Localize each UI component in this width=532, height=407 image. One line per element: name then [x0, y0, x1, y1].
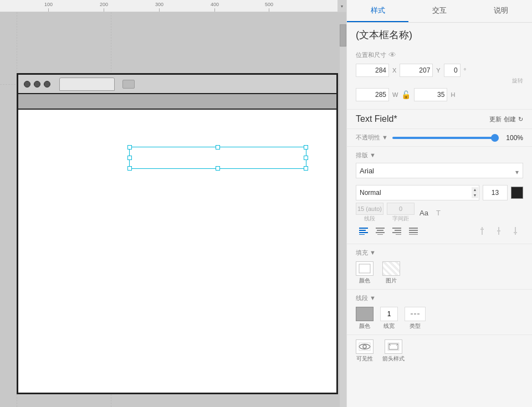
dashed-line-preview [411, 313, 420, 315]
vertical-scrollbar[interactable] [340, 24, 346, 407]
stroke-width-item: 线宽 [380, 307, 398, 330]
fill-image-label: 图片 [386, 277, 397, 285]
align-justify-button[interactable] [406, 225, 421, 237]
stroke-width-input[interactable] [380, 307, 398, 321]
resize-handle-br[interactable] [304, 166, 308, 171]
degree-label: ° [464, 67, 466, 74]
scrollbar-thumb[interactable] [340, 24, 346, 47]
rotation-input[interactable] [444, 64, 461, 77]
ruler-mark: 400 [211, 2, 219, 12]
align-right-button[interactable] [389, 225, 405, 237]
browser-tab[interactable] [59, 78, 115, 91]
stroke-color-item: 颜色 [356, 307, 374, 330]
letter-spacing-col: 字间距 [387, 203, 415, 223]
opacity-slider[interactable] [392, 137, 499, 139]
spinner-down[interactable]: ▼ [472, 193, 478, 198]
line-height-input[interactable] [356, 203, 383, 215]
align-center-button[interactable] [372, 225, 388, 237]
text-style-icons: Aa T [418, 207, 444, 219]
visibility-item[interactable]: 可见性 [356, 339, 374, 363]
ruler-mark: 100 [44, 2, 53, 12]
font-family-select[interactable]: Arial [356, 163, 523, 178]
line-height-col: 线段 [356, 203, 383, 223]
position-label-text: 位置和尺寸 [356, 51, 386, 59]
font-color-swatch[interactable] [511, 187, 523, 199]
opacity-label: 不透明性 ▼ [356, 133, 388, 142]
y-label: Y [436, 67, 440, 74]
fill-image-item[interactable]: 图片 [382, 261, 400, 285]
selection-outline [129, 147, 306, 169]
font-style-input[interactable] [356, 185, 479, 200]
text-aa-icon[interactable]: Aa [418, 207, 430, 219]
font-style-row: ▲ ▼ [356, 185, 523, 200]
valign-bottom-button[interactable] [508, 225, 523, 237]
panel-tabs: 样式 交互 说明 [347, 0, 532, 23]
align-left-button[interactable] [356, 225, 371, 237]
selected-text-field[interactable] [129, 147, 306, 169]
textfield-header: Text Field* 更新 创建 ↻ [347, 110, 532, 129]
line-height-label: 线段 [364, 215, 375, 223]
arrow-item[interactable]: 箭头样式 [382, 339, 405, 363]
rotate-hint: 旋转 [356, 77, 523, 85]
resize-handle-tl[interactable] [127, 145, 132, 150]
stroke-type-item: 类型 [405, 307, 426, 330]
browser-addressbar[interactable] [18, 94, 336, 110]
resize-handle-tm[interactable] [216, 145, 220, 150]
typography-label: 排版 ▼ [356, 151, 523, 159]
lock-icon[interactable]: 🔓 [401, 90, 411, 99]
fill-color-label: 颜色 [359, 277, 370, 285]
h-input[interactable] [414, 88, 447, 101]
resize-handle-bm[interactable] [216, 166, 220, 171]
w-input[interactable] [356, 88, 389, 101]
tab-notes[interactable]: 说明 [470, 0, 532, 22]
update-label: 更新 [489, 115, 502, 123]
valign-top-button[interactable] [474, 225, 490, 237]
font-style-wrapper: ▲ ▼ [356, 185, 479, 200]
resize-handle-ml[interactable] [127, 156, 132, 160]
arrow-icon [385, 339, 402, 354]
resize-handle-tr[interactable] [304, 145, 308, 150]
y-input[interactable] [400, 64, 433, 77]
fill-color-item[interactable]: 颜色 [356, 261, 374, 285]
resize-handle-mr[interactable] [304, 156, 308, 160]
stroke-label-text: 线段 ▼ [356, 294, 376, 302]
browser-dot-2 [34, 81, 40, 87]
visibility-label: 可见性 [356, 355, 373, 363]
spinner: ▲ ▼ [472, 187, 478, 198]
stroke-color-swatch[interactable] [356, 307, 374, 321]
svg-point-23 [363, 345, 366, 348]
spinner-up[interactable]: ▲ [472, 187, 478, 193]
fill-image-icon [382, 261, 400, 276]
stroke-color-label: 颜色 [359, 322, 370, 330]
font-size-input[interactable] [483, 185, 508, 200]
spacing-row: 线段 字间距 Aa T [356, 203, 523, 223]
letter-spacing-input[interactable] [387, 203, 415, 215]
stroke-label: 线段 ▼ [356, 294, 523, 302]
valign-middle-button[interactable] [491, 225, 507, 237]
ruler-mark: 500 [265, 2, 273, 12]
ruler-mark: 200 [100, 2, 108, 12]
tab-style[interactable]: 样式 [347, 0, 408, 22]
browser-titlebar [18, 75, 336, 94]
ruler-mark: 300 [155, 2, 163, 12]
position-section: 位置和尺寸 👁 X Y ° 旋转 W 🔓 H [347, 45, 532, 110]
eye-icon[interactable]: 👁 [388, 50, 396, 59]
panel-title: (文本框名称) [347, 23, 532, 45]
position-row-1: X Y ° [356, 64, 523, 77]
update-create-button[interactable]: 更新 创建 ↻ [489, 115, 523, 123]
stroke-type-icon[interactable] [405, 307, 426, 321]
text-t-icon[interactable]: T [432, 207, 444, 219]
fill-label-text: 填充 ▼ [356, 249, 376, 257]
resize-handle-bl[interactable] [127, 166, 132, 171]
tab-interact[interactable]: 交互 [408, 0, 470, 22]
ruler: 100 200 300 400 500 ▾ [0, 0, 346, 12]
canvas-area: 100 200 300 400 500 ▾ [0, 0, 346, 407]
position-row-2: W 🔓 H [356, 88, 523, 101]
x-input[interactable] [356, 64, 389, 77]
h-label: H [451, 91, 455, 98]
ruler-scroll-button[interactable]: ▾ [337, 0, 346, 12]
svg-rect-26 [389, 344, 398, 349]
refresh-icon: ↻ [518, 116, 523, 123]
browser-dot-1 [24, 81, 30, 87]
browser-new-tab-icon[interactable] [122, 80, 135, 89]
